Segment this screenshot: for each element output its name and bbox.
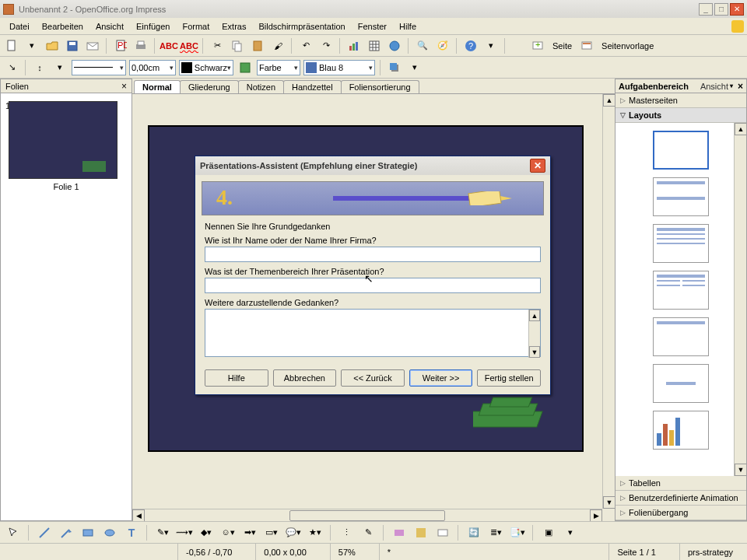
menu-ansicht[interactable]: Ansicht bbox=[89, 20, 130, 33]
layout-centered[interactable] bbox=[653, 364, 709, 403]
layout-chart[interactable] bbox=[653, 411, 709, 450]
help-dropdown[interactable]: ▾ bbox=[482, 37, 500, 54]
line-color-select[interactable]: Schwarz▾ bbox=[179, 60, 233, 75]
layout-title-only[interactable] bbox=[653, 317, 709, 356]
scroll-right-icon[interactable]: ▶ bbox=[590, 509, 602, 521]
scroll-down-icon[interactable]: ▼ bbox=[529, 346, 540, 358]
menu-datei[interactable]: Datei bbox=[3, 20, 36, 33]
curve-tool[interactable]: ✎▾ bbox=[154, 524, 171, 541]
chevron-down-icon[interactable]: ▾ bbox=[730, 82, 733, 89]
status-zoom[interactable]: 57% bbox=[338, 548, 356, 557]
topic-input[interactable] bbox=[205, 278, 541, 293]
tab-notes[interactable]: Notizen bbox=[238, 80, 284, 93]
connector-tool[interactable]: ⟿▾ bbox=[176, 524, 193, 541]
section-transition[interactable]: ▷Folienübergang bbox=[615, 506, 746, 520]
scroll-up-icon[interactable]: ▲ bbox=[603, 94, 615, 107]
help-button[interactable]: ? bbox=[462, 37, 479, 54]
block-arrows-tool[interactable]: ➡▾ bbox=[241, 524, 258, 541]
tab-outline[interactable]: Gliederung bbox=[180, 80, 239, 93]
toolbar-overflow-2[interactable]: ▾ bbox=[562, 524, 579, 541]
paste-button[interactable] bbox=[249, 37, 266, 54]
format-paintbrush-button[interactable]: 🖌 bbox=[269, 37, 286, 54]
print-button[interactable] bbox=[132, 37, 149, 54]
undo-button[interactable]: ↶ bbox=[297, 37, 314, 54]
vertical-scrollbar[interactable]: ▲ ▼ bbox=[602, 94, 615, 509]
flowchart-tool[interactable]: ▭▾ bbox=[263, 524, 280, 541]
section-tabellen[interactable]: ▷Tabellen bbox=[615, 476, 746, 491]
zoom-button[interactable]: 🔍 bbox=[414, 37, 431, 54]
spellcheck-button[interactable]: ABC bbox=[160, 37, 177, 54]
section-layouts[interactable]: ▽Layouts bbox=[615, 108, 746, 123]
close-window-button[interactable]: ✕ bbox=[730, 3, 744, 16]
slide-thumbnail[interactable]: 1 Folie 1 bbox=[9, 101, 124, 191]
scroll-up-icon[interactable]: ▲ bbox=[735, 123, 746, 135]
cut-button[interactable]: ✂ bbox=[209, 37, 226, 54]
stars-tool[interactable]: ★▾ bbox=[307, 524, 324, 541]
menu-bearbeiten[interactable]: Bearbeiten bbox=[36, 20, 89, 33]
section-masterseiten[interactable]: ▷Masterseiten bbox=[615, 93, 746, 108]
new-dropdown[interactable]: ▾ bbox=[23, 37, 40, 54]
tab-handout[interactable]: Handzettel bbox=[283, 80, 342, 93]
email-button[interactable] bbox=[84, 37, 101, 54]
rotate-tool[interactable]: 🔄 bbox=[465, 524, 482, 541]
layout-title-content[interactable] bbox=[653, 224, 709, 263]
maximize-button[interactable]: □ bbox=[714, 3, 728, 16]
horizontal-scrollbar[interactable]: ◀ ▶ bbox=[132, 509, 602, 521]
menu-fenster[interactable]: Fenster bbox=[352, 20, 393, 33]
autospell-button[interactable]: ABC bbox=[181, 37, 198, 54]
pdf-export-button[interactable]: PDF bbox=[112, 37, 129, 54]
menu-format[interactable]: Format bbox=[176, 20, 216, 33]
arrange-tool[interactable]: 📑▾ bbox=[509, 524, 526, 541]
fill-type-select[interactable]: Farbe▾ bbox=[257, 60, 300, 75]
tab-slidesorter[interactable]: Foliensortierung bbox=[341, 80, 419, 93]
section-animation[interactable]: ▷Benutzerdefinierte Animation bbox=[615, 491, 746, 506]
line-width-input[interactable]: 0,00cm▾ bbox=[129, 60, 176, 75]
ideas-textarea[interactable] bbox=[205, 309, 541, 357]
close-slides-panel-button[interactable]: × bbox=[121, 81, 127, 92]
scroll-thumb[interactable] bbox=[289, 510, 445, 521]
fontwork-tool[interactable] bbox=[391, 524, 408, 541]
line-endings-button[interactable]: ↕ bbox=[31, 59, 48, 76]
scroll-left-icon[interactable]: ◀ bbox=[132, 509, 145, 521]
layout-two-content[interactable] bbox=[653, 271, 709, 310]
chart-button[interactable] bbox=[345, 37, 363, 54]
dialog-titlebar[interactable]: Präsentations-Assistent (Empfehlung eine… bbox=[195, 156, 550, 175]
symbol-shapes-tool[interactable]: ☺▾ bbox=[219, 524, 237, 541]
shadow-button[interactable] bbox=[386, 59, 403, 76]
line-tool[interactable] bbox=[36, 524, 53, 541]
navigator-button[interactable]: 🧭 bbox=[434, 37, 451, 54]
open-button[interactable] bbox=[44, 37, 61, 54]
callout-tool[interactable]: 💬▾ bbox=[285, 524, 302, 541]
tab-normal[interactable]: Normal bbox=[134, 80, 181, 93]
back-button[interactable]: << Zurück bbox=[341, 369, 405, 387]
seitenvorlage-label[interactable]: Seitenvorlage bbox=[598, 41, 657, 51]
tasks-view-menu[interactable]: Ansicht bbox=[700, 82, 728, 91]
new-button[interactable] bbox=[3, 37, 20, 54]
layout-title[interactable] bbox=[653, 177, 709, 216]
redo-button[interactable]: ↷ bbox=[317, 37, 335, 54]
arrow-tool[interactable] bbox=[58, 524, 75, 541]
copy-button[interactable] bbox=[229, 37, 246, 54]
scroll-up-icon[interactable]: ▲ bbox=[529, 310, 540, 321]
cancel-button[interactable]: Abbrechen bbox=[273, 369, 337, 387]
hyperlink-button[interactable] bbox=[386, 37, 403, 54]
from-file-tool[interactable] bbox=[412, 524, 430, 541]
dialog-close-button[interactable]: ✕ bbox=[530, 159, 545, 173]
help-button[interactable]: Hilfe bbox=[205, 369, 268, 387]
align-tool[interactable]: ≣▾ bbox=[487, 524, 504, 541]
basic-shapes-tool[interactable]: ◆▾ bbox=[198, 524, 215, 541]
textarea-scrollbar[interactable]: ▲ ▼ bbox=[528, 310, 540, 358]
close-tasks-panel-button[interactable]: × bbox=[738, 81, 743, 92]
gluepoints-tool[interactable]: ✎ bbox=[359, 524, 377, 541]
rectangle-tool[interactable] bbox=[79, 524, 96, 541]
menu-hilfe[interactable]: Hilfe bbox=[393, 20, 423, 33]
scroll-down-icon[interactable]: ▼ bbox=[603, 496, 615, 509]
insert-slide-button[interactable]: + bbox=[529, 37, 546, 54]
line-style-dropdown[interactable]: ▾ bbox=[51, 59, 68, 76]
slide-design-button[interactable] bbox=[578, 37, 595, 54]
save-button[interactable] bbox=[64, 37, 81, 54]
text-tool[interactable]: T bbox=[123, 524, 140, 541]
menu-extras[interactable]: Extras bbox=[216, 20, 252, 33]
layout-blank[interactable] bbox=[653, 131, 709, 170]
next-button[interactable]: Weiter >> bbox=[409, 369, 473, 387]
